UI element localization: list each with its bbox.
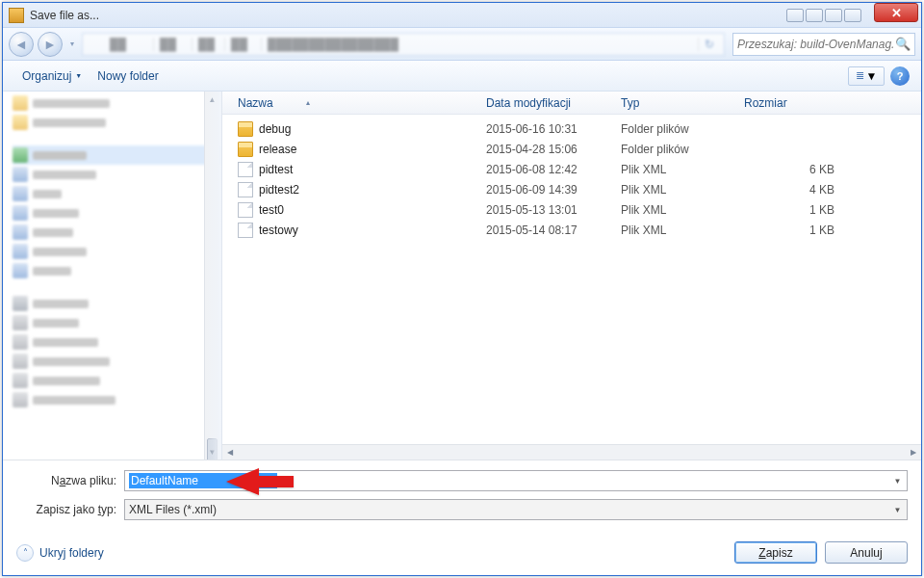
filename-input[interactable] xyxy=(129,473,277,488)
filename-combo[interactable]: ▼ xyxy=(124,470,908,491)
file-date: 2015-05-13 13:01 xyxy=(478,203,613,217)
file-row[interactable]: pidtest2015-06-08 12:42Plik XML6 KB xyxy=(230,159,921,179)
file-name: release xyxy=(259,143,296,156)
sidebar-item[interactable] xyxy=(13,165,221,184)
file-type: Plik XML xyxy=(613,163,736,176)
title-icon[interactable] xyxy=(806,9,823,22)
file-size: 6 KB xyxy=(736,163,842,176)
scroll-right-icon[interactable]: ▶ xyxy=(906,445,921,460)
horizontal-scrollbar[interactable]: ◀ ▶ xyxy=(222,444,921,460)
sidebar-item[interactable] xyxy=(13,332,221,352)
file-row[interactable]: testowy2015-05-14 08:17Plik XML1 KB xyxy=(230,220,921,240)
file-size: 1 KB xyxy=(736,223,842,237)
sidebar-item[interactable] xyxy=(13,203,221,223)
cancel-button[interactable]: Anuluj xyxy=(825,541,908,564)
scrollbar-thumb[interactable] xyxy=(207,438,218,460)
column-header-type[interactable]: Typ xyxy=(613,96,736,110)
file-name: debug xyxy=(259,122,291,136)
file-size: 1 KB xyxy=(736,203,842,217)
scroll-down-icon[interactable]: ▼ xyxy=(205,444,219,460)
chevron-down-icon[interactable]: ▼ xyxy=(890,506,905,514)
chevron-down-icon: ▼ xyxy=(75,72,82,79)
sidebar-item[interactable] xyxy=(13,261,221,280)
chevron-down-icon[interactable]: ▼ xyxy=(890,477,905,486)
file-list-header: Nazwa Data modyfikacji Typ Rozmiar xyxy=(222,92,921,115)
file-size: 4 KB xyxy=(736,183,842,197)
file-date: 2015-05-14 08:17 xyxy=(478,223,613,237)
column-header-name[interactable]: Nazwa xyxy=(230,96,478,110)
folder-icon xyxy=(238,142,253,157)
sidebar-item[interactable] xyxy=(13,390,221,409)
search-input[interactable] xyxy=(737,38,895,51)
column-header-size[interactable]: Rozmiar xyxy=(736,96,842,110)
sidebar-item[interactable] xyxy=(13,184,221,203)
nav-history-dropdown[interactable]: ▾ xyxy=(66,32,78,57)
file-pane: Nazwa Data modyfikacji Typ Rozmiar debug… xyxy=(222,92,921,460)
file-icon xyxy=(238,162,253,177)
file-name: test0 xyxy=(259,203,284,217)
sidebar-item[interactable] xyxy=(13,242,221,261)
sidebar-item[interactable] xyxy=(13,145,221,165)
file-icon xyxy=(238,182,253,197)
folder-icon xyxy=(238,121,253,137)
column-header-date[interactable]: Data modyfikacji xyxy=(478,96,613,110)
new-folder-button[interactable]: Nowy folder xyxy=(90,66,166,87)
hide-folders-label: Ukryj foldery xyxy=(39,546,104,560)
file-name: pidtest xyxy=(259,163,293,176)
sidebar-item[interactable] xyxy=(13,371,221,390)
search-box[interactable]: 🔍 xyxy=(732,33,915,56)
sidebar-item[interactable] xyxy=(13,93,221,113)
file-row[interactable]: debug2015-06-16 10:31Folder plików xyxy=(230,118,921,139)
chevron-up-icon: ˄ xyxy=(16,544,34,562)
file-row[interactable]: release2015-04-28 15:06Folder plików xyxy=(230,139,921,159)
hide-folders-toggle[interactable]: ˄ Ukryj foldery xyxy=(16,544,104,562)
sidebar: ▲ ▼ xyxy=(3,92,222,460)
dialog-footer: ˄ Ukryj foldery Zapisz Anuluj xyxy=(3,536,921,575)
title-icon[interactable] xyxy=(844,9,861,22)
forward-button[interactable]: ► xyxy=(38,32,63,57)
filetype-combo[interactable]: XML Files (*.xml) ▼ xyxy=(124,499,908,520)
search-icon: 🔍 xyxy=(895,37,911,51)
main-area: ▲ ▼ Nazwa Data modyfikacji Typ Rozmiar d… xyxy=(3,92,921,460)
filename-panel: Nazwa pliku: ▼ Zapisz jako typ: XML File… xyxy=(3,460,921,536)
back-button[interactable]: ◄ xyxy=(9,32,34,57)
sidebar-item[interactable] xyxy=(13,352,221,371)
file-date: 2015-06-09 14:39 xyxy=(478,183,613,197)
chevron-down-icon: ▼ xyxy=(866,69,878,83)
sidebar-item[interactable] xyxy=(13,313,221,332)
window-title: Save file as... xyxy=(30,9,99,22)
file-type: Plik XML xyxy=(613,223,736,237)
file-name: pidtest2 xyxy=(259,183,299,197)
filename-label: Nazwa pliku: xyxy=(16,474,124,487)
file-list[interactable]: debug2015-06-16 10:31Folder plikówreleas… xyxy=(222,115,921,444)
sidebar-item[interactable] xyxy=(13,223,221,242)
filetype-label: Zapisz jako typ: xyxy=(16,503,124,516)
sidebar-item[interactable] xyxy=(13,113,221,132)
filetype-value: XML Files (*.xml) xyxy=(129,503,890,516)
scroll-up-icon[interactable]: ▲ xyxy=(205,92,219,107)
title-icon[interactable] xyxy=(825,9,842,22)
file-date: 2015-06-08 12:42 xyxy=(478,163,613,176)
help-button[interactable]: ? xyxy=(890,66,910,86)
save-button[interactable]: Zapisz xyxy=(734,541,817,564)
close-button[interactable]: ✕ xyxy=(874,3,918,22)
file-type: Plik XML xyxy=(613,203,736,217)
view-mode-button[interactable]: ≣▼ xyxy=(848,66,885,86)
view-icon: ≣ xyxy=(856,69,864,82)
file-date: 2015-04-28 15:06 xyxy=(478,143,613,156)
file-icon xyxy=(238,223,253,238)
file-date: 2015-06-16 10:31 xyxy=(478,122,613,136)
file-row[interactable]: pidtest22015-06-09 14:39Plik XML4 KB xyxy=(230,179,921,199)
file-type: Plik XML xyxy=(613,183,736,197)
sidebar-scrollbar[interactable]: ▲ ▼ xyxy=(204,92,219,460)
refresh-icon[interactable]: ↻ xyxy=(699,38,720,51)
file-type: Folder plików xyxy=(613,122,736,136)
file-row[interactable]: test02015-05-13 13:01Plik XML1 KB xyxy=(230,199,921,220)
titlebar: Save file as... ✕ xyxy=(3,3,921,28)
file-type: Folder plików xyxy=(613,143,736,156)
organize-menu[interactable]: Organizuj▼ xyxy=(14,66,90,87)
sidebar-item[interactable] xyxy=(13,294,221,313)
scroll-left-icon[interactable]: ◀ xyxy=(222,445,238,460)
title-icon[interactable] xyxy=(786,9,804,22)
breadcrumb[interactable]: ██ ██ ██ ██ ████████████████ ↻ xyxy=(82,33,725,56)
